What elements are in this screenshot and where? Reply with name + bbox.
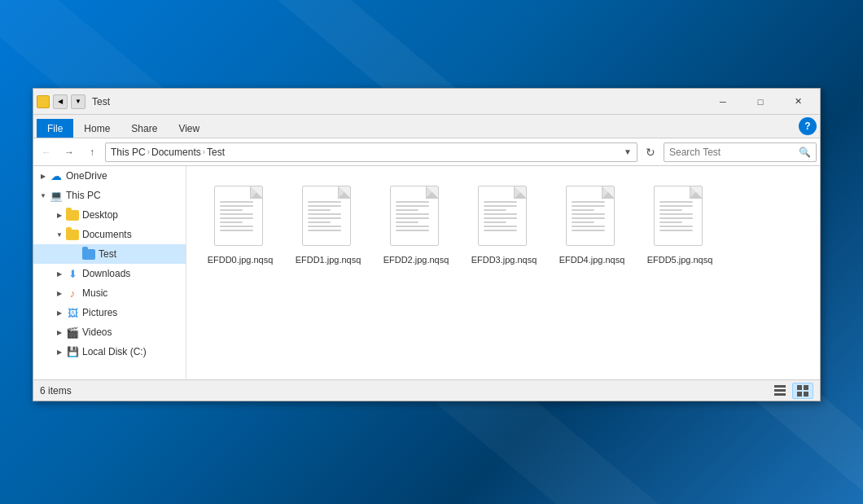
file-icon-line	[308, 221, 331, 223]
details-view-button[interactable]	[769, 383, 791, 399]
sidebar-label-videos: Videos	[82, 327, 112, 338]
nav-up-button[interactable]: ↑	[82, 142, 102, 162]
file-icon-line	[484, 213, 517, 215]
file-icon-line	[659, 213, 693, 215]
file-icon-line	[659, 221, 682, 223]
toggle-videos[interactable]: ▶	[53, 322, 66, 342]
file-item[interactable]: EFDD3.jpg.nqsq	[463, 179, 545, 272]
sidebar-label-test: Test	[99, 248, 116, 260]
file-icon-line	[396, 201, 429, 203]
toggle-pictures[interactable]: ▶	[53, 303, 66, 322]
content-area: EFDD0.jpg.nqsqEFDD1.jpg.nqsqEFDD2.jpg.nq…	[186, 166, 820, 379]
sidebar-item-downloads[interactable]: ▶ ⬇ Downloads	[33, 264, 186, 283]
ribbon-tabs: File Home Share View ?	[33, 115, 820, 138]
file-icon-body	[478, 186, 527, 246]
sidebar-item-thispc[interactable]: ▼ 💻 This PC	[33, 186, 186, 205]
sidebar-label-music: Music	[82, 287, 107, 299]
file-item[interactable]: EFDD4.jpg.nqsq	[551, 179, 633, 272]
file-icon-lines	[308, 201, 345, 234]
file-icon-line	[308, 213, 341, 215]
title-folder-icon	[37, 95, 50, 108]
file-icon-lines	[572, 201, 609, 234]
title-bar-left: ◀ ▼ Test	[37, 94, 704, 109]
sidebar-label-desktop: Desktop	[82, 209, 118, 221]
explorer-window: ◀ ▼ Test ─ □ ✕ File Home Share View ? ← …	[33, 88, 821, 401]
sidebar: ▶ ☁ OneDrive ▼ 💻 This PC ▶ Deskt	[33, 166, 186, 379]
file-name-label: EFDD0.jpg.nqsq	[208, 254, 274, 265]
sidebar-label-localdisk: Local Disk (C:)	[82, 346, 147, 357]
help-button[interactable]: ?	[799, 117, 817, 135]
file-item[interactable]: EFDD5.jpg.nqsq	[639, 179, 721, 272]
file-icon-line	[572, 221, 594, 223]
close-button[interactable]: ✕	[779, 89, 817, 115]
toggle-localdisk[interactable]: ▶	[53, 342, 66, 362]
nav-back-button[interactable]: ←	[37, 142, 56, 162]
title-bar: ◀ ▼ Test ─ □ ✕	[33, 89, 820, 115]
file-icon-line	[220, 230, 253, 231]
refresh-button[interactable]: ↻	[641, 142, 660, 162]
title-back-btn[interactable]: ◀	[53, 94, 68, 109]
disk-icon: 💾	[66, 345, 79, 358]
details-view-icon	[774, 385, 786, 397]
file-icon-line	[220, 201, 253, 203]
search-input[interactable]	[669, 147, 795, 158]
svg-rect-3	[797, 385, 802, 390]
file-icon-line	[308, 226, 341, 227]
sidebar-item-onedrive[interactable]: ▶ ☁ OneDrive	[33, 166, 186, 186]
toggle-downloads[interactable]: ▶	[53, 264, 66, 283]
breadcrumb-documents[interactable]: Documents	[151, 147, 201, 158]
file-icon-lines	[659, 201, 697, 234]
tab-home[interactable]: Home	[73, 119, 120, 138]
large-icons-view-button[interactable]	[792, 383, 813, 399]
tab-view[interactable]: View	[168, 119, 210, 138]
toggle-onedrive[interactable]: ▶	[37, 166, 50, 186]
file-icon-line	[308, 201, 341, 203]
tab-share[interactable]: Share	[120, 119, 168, 138]
file-icon-line	[308, 217, 341, 219]
nav-forward-button[interactable]: →	[59, 142, 79, 162]
file-icon-line	[220, 213, 253, 215]
sidebar-item-music[interactable]: ▶ ♪ Music	[33, 283, 186, 303]
status-item-count: 6 items	[40, 385, 769, 397]
file-icon-line	[308, 230, 341, 231]
svg-rect-4	[804, 385, 808, 390]
tab-file[interactable]: File	[37, 119, 73, 138]
window-title: Test	[92, 96, 110, 107]
file-icon-line	[659, 201, 693, 203]
file-icon-line	[484, 201, 517, 203]
file-item[interactable]: EFDD0.jpg.nqsq	[199, 179, 281, 272]
pictures-icon: 🖼	[66, 306, 79, 319]
file-icon-line	[572, 230, 605, 231]
sidebar-item-test[interactable]: Test	[33, 244, 186, 264]
file-icon-line	[220, 226, 253, 227]
toggle-desktop[interactable]: ▶	[53, 205, 66, 225]
breadcrumb-test[interactable]: Test	[207, 147, 225, 158]
file-item[interactable]: EFDD2.jpg.nqsq	[375, 179, 457, 272]
file-item[interactable]: EFDD1.jpg.nqsq	[287, 179, 369, 272]
path-dropdown-arrow[interactable]: ▼	[624, 147, 632, 156]
file-name-label: EFDD1.jpg.nqsq	[296, 254, 361, 265]
test-folder-icon	[82, 248, 95, 261]
file-icon	[214, 186, 266, 249]
search-box[interactable]: 🔍	[664, 142, 817, 162]
documents-folder-icon	[66, 228, 79, 241]
file-icon-line	[659, 230, 693, 231]
sidebar-item-localdisk[interactable]: ▶ 💾 Local Disk (C:)	[33, 342, 186, 362]
address-path[interactable]: This PC › Documents › Test ▼	[105, 142, 637, 162]
sidebar-item-desktop[interactable]: ▶ Desktop	[33, 205, 186, 225]
breadcrumb-this-pc[interactable]: This PC	[111, 147, 146, 158]
minimize-button[interactable]: ─	[704, 89, 742, 115]
file-icon	[566, 186, 618, 249]
toggle-music[interactable]: ▶	[53, 283, 66, 303]
file-icon-line	[659, 205, 693, 207]
file-name-label: EFDD2.jpg.nqsq	[383, 254, 449, 265]
toggle-thispc[interactable]: ▼	[37, 186, 50, 205]
toggle-documents[interactable]: ▼	[53, 225, 66, 244]
file-name-label: EFDD3.jpg.nqsq	[471, 254, 537, 265]
sidebar-item-pictures[interactable]: ▶ 🖼 Pictures	[33, 303, 186, 322]
sidebar-item-videos[interactable]: ▶ 🎬 Videos	[33, 322, 186, 342]
maximize-button[interactable]: □	[742, 89, 779, 115]
sidebar-item-documents[interactable]: ▼ Documents	[33, 225, 186, 244]
file-icon	[654, 186, 706, 249]
title-forward-btn[interactable]: ▼	[71, 94, 85, 109]
